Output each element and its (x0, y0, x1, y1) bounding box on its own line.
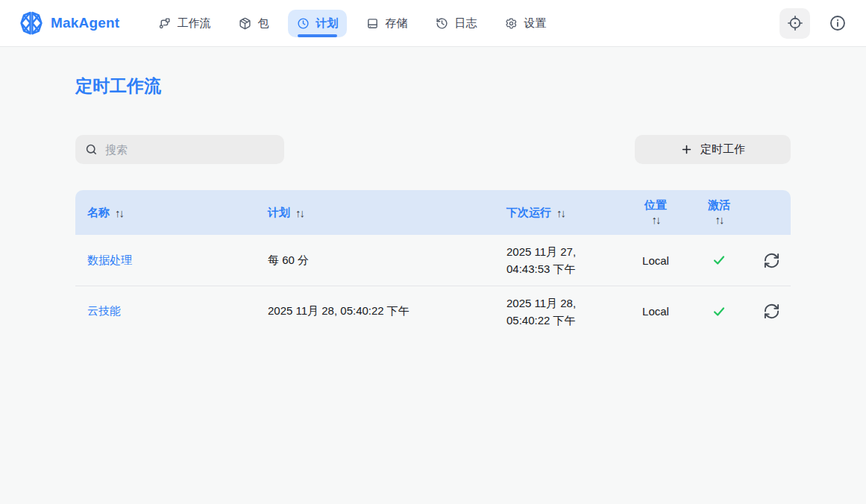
column-header-next-run[interactable]: 下次运行 ↑↓ (506, 206, 626, 220)
table-row: 云技能 2025 11月 28, 05:40:22 下午 2025 11月 28… (75, 286, 791, 336)
logs-history-icon (436, 17, 448, 30)
refresh-icon (763, 252, 780, 269)
brand[interactable]: MakAgent (19, 10, 119, 36)
brand-logo-icon (19, 10, 44, 36)
row-schedule-cell: 每 60 分 (268, 253, 506, 268)
active-check-icon (711, 252, 727, 268)
nav-item-storage[interactable]: 存储 (357, 10, 416, 37)
refresh-icon (763, 303, 780, 320)
workflow-name-link[interactable]: 云技能 (87, 304, 121, 317)
locate-button[interactable] (779, 8, 810, 39)
column-header-active[interactable]: 激活 ↑↓ (708, 198, 730, 227)
refresh-button[interactable] (763, 252, 780, 269)
nav-item-logs[interactable]: 日志 (427, 10, 486, 37)
nav-item-label: 工作流 (177, 16, 210, 31)
nav-item-workflows[interactable]: 工作流 (149, 10, 219, 37)
sort-arrows-icon: ↑↓ (652, 213, 660, 227)
schedules-table: 名称 ↑↓ 计划 ↑↓ 下次运行 ↑↓ 位置 ↑↓ 激活 ↑↓ (75, 190, 791, 336)
nav-item-label: 计划 (316, 16, 338, 31)
row-next-run-cell: 2025 11月 27, 04:43:53 下午 (506, 243, 626, 277)
sort-arrows-icon: ↑↓ (556, 207, 565, 219)
clock-icon (297, 17, 310, 30)
row-location-cell: Local (642, 305, 669, 318)
nav-item-label: 存储 (385, 16, 407, 31)
top-bar: MakAgent 工作流 包 (0, 0, 866, 47)
column-label: 计划 (268, 206, 290, 220)
row-name-cell: 云技能 (87, 304, 268, 318)
nav-item-schedules[interactable]: 计划 (288, 10, 347, 37)
sort-arrows-icon: ↑↓ (715, 213, 724, 227)
search-input[interactable] (75, 135, 284, 164)
column-label: 激活 (708, 198, 730, 212)
row-schedule-cell: 2025 11月 28, 05:40:22 下午 (268, 304, 506, 318)
page-title: 定时工作流 (75, 75, 791, 98)
active-check-icon (711, 303, 727, 320)
nav-item-label: 设置 (524, 16, 546, 31)
package-icon (239, 17, 251, 30)
column-header-schedule[interactable]: 计划 ↑↓ (268, 206, 506, 220)
refresh-button[interactable] (763, 303, 780, 320)
sort-arrows-icon: ↑↓ (115, 207, 123, 219)
nav-item-packages[interactable]: 包 (230, 10, 277, 37)
storage-icon (366, 17, 379, 30)
workflow-name-link[interactable]: 数据处理 (87, 253, 132, 266)
row-location-cell: Local (642, 254, 669, 267)
info-icon (829, 14, 847, 32)
column-header-name[interactable]: 名称 ↑↓ (87, 206, 268, 220)
table-row: 数据处理 每 60 分 2025 11月 27, 04:43:53 下午 Loc… (75, 235, 791, 286)
brand-name: MakAgent (51, 15, 119, 31)
column-header-location[interactable]: 位置 ↑↓ (644, 198, 667, 227)
workflow-icon (158, 17, 171, 30)
add-button-label: 定时工作 (700, 142, 745, 157)
add-scheduled-job-button[interactable]: 定时工作 (635, 135, 791, 164)
settings-gear-icon (505, 17, 518, 30)
search-box (75, 135, 284, 164)
table-header-row: 名称 ↑↓ 计划 ↑↓ 下次运行 ↑↓ 位置 ↑↓ 激活 ↑↓ (75, 190, 791, 235)
nav-item-label: 包 (257, 16, 269, 31)
column-label: 下次运行 (506, 206, 551, 220)
row-name-cell: 数据处理 (87, 253, 268, 268)
column-label: 名称 (87, 206, 110, 220)
crosshair-icon (787, 15, 803, 31)
topbar-actions (779, 8, 847, 39)
sort-arrows-icon: ↑↓ (295, 207, 304, 219)
nav-item-settings[interactable]: 设置 (496, 10, 555, 37)
toolbar: 定时工作 (75, 135, 791, 164)
info-button[interactable] (829, 14, 847, 32)
main-content: 定时工作流 定时工作 (0, 47, 866, 336)
main-nav: 工作流 包 计划 (149, 10, 555, 37)
row-next-run-cell: 2025 11月 28, 05:40:22 下午 (506, 294, 626, 329)
plus-icon (680, 143, 693, 156)
nav-item-label: 日志 (454, 16, 477, 31)
column-label: 位置 (644, 198, 667, 212)
